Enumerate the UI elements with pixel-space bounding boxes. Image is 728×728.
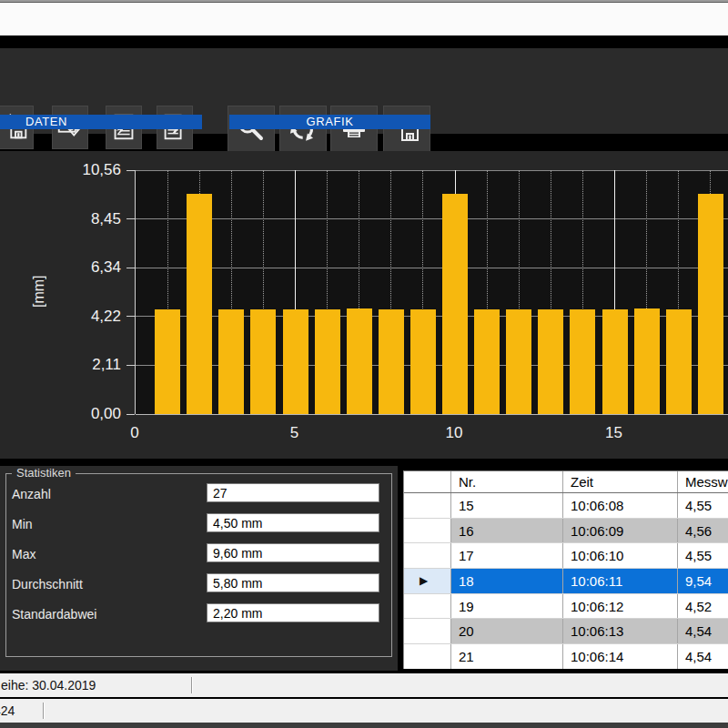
cell-nr[interactable]: 19 [451, 594, 563, 619]
row-header-cell[interactable] [404, 493, 451, 518]
measurement-bar [506, 309, 531, 414]
stat-field-standardabwei[interactable] [207, 603, 379, 622]
measurement-bar [218, 309, 244, 414]
stat-label-min: Min [12, 516, 33, 532]
status-bar-date: eihe: 30.04.2019 [0, 673, 728, 697]
cell-zeit[interactable]: 10:06:10 [563, 543, 678, 568]
cell-messwert[interactable]: 4,55 [678, 493, 728, 518]
bar-chart-plot-area [135, 170, 728, 414]
measurement-bar [155, 309, 180, 414]
bottom-section: Statistiken Anzahl Min Max Durchschnitt … [0, 466, 728, 673]
stat-label-durchschnitt: Durchschnitt [12, 576, 83, 592]
print-button[interactable] [330, 106, 378, 153]
measurement-bar [442, 194, 468, 414]
refresh-button[interactable] [279, 106, 327, 153]
chart-panel: [mm] 0,002,114,226,348,4510,56051015 [0, 151, 728, 459]
measurement-table: Nr. Zeit Messwert 15 10:06:08 4,55 16 10… [403, 470, 728, 669]
gridline-horizontal [136, 218, 728, 219]
status-bar-serial: 424 [0, 699, 728, 723]
measurement-bar [666, 309, 692, 414]
cell-messwert[interactable]: 4,56 [678, 519, 728, 543]
row-header-cell[interactable] [404, 644, 451, 669]
y-tick-label: 2,11 [55, 356, 121, 374]
cell-nr[interactable]: 20 [451, 619, 563, 643]
cell-messwert[interactable]: 4,55 [678, 543, 728, 568]
y-axis-tick [126, 316, 135, 317]
stat-label-max: Max [12, 546, 35, 562]
table-row[interactable]: 19 10:06:12 4,52 [404, 594, 728, 620]
cell-zeit[interactable]: 10:06:11 [563, 569, 678, 593]
stat-field-min[interactable] [207, 513, 379, 532]
row-header-cell[interactable] [404, 619, 451, 643]
measurement-bar [283, 309, 308, 414]
table-header-messwert[interactable]: Messwert [678, 471, 728, 492]
chart-y-axis-unit-label: [mm] [31, 248, 51, 334]
cell-nr[interactable]: 17 [451, 543, 563, 568]
gridline-horizontal [136, 268, 728, 268]
table-row-selected[interactable]: ▶ 18 10:06:11 9,54 [404, 569, 728, 594]
cell-nr[interactable]: 15 [451, 493, 563, 518]
y-axis-tick [126, 170, 135, 171]
status-separator [191, 677, 193, 693]
cell-zeit[interactable]: 10:06:09 [563, 519, 678, 543]
table-row[interactable]: 21 10:06:14 4,54 [404, 644, 728, 669]
grafik-label: GRAFIK [307, 115, 354, 128]
table-header-zeit[interactable]: Zeit [563, 471, 678, 492]
y-tick-label: 6,34 [55, 258, 121, 277]
x-tick-label: 0 [116, 424, 153, 442]
cell-zeit[interactable]: 10:06:12 [563, 594, 678, 619]
measurement-bar [698, 194, 723, 414]
zoom-button[interactable] [228, 106, 275, 153]
measurement-bar [570, 309, 595, 414]
measurement-bar [315, 309, 340, 414]
table-row[interactable]: 15 10:06:08 4,55 [404, 493, 728, 519]
stat-field-durchschnitt[interactable] [207, 573, 379, 592]
cell-messwert[interactable]: 4,54 [678, 644, 728, 669]
title-strip [0, 3, 728, 35]
cell-zeit[interactable]: 10:06:13 [563, 619, 678, 643]
measurement-bar [634, 308, 660, 414]
window-bottom-strip [0, 723, 728, 728]
row-header-cell-current[interactable]: ▶ [404, 569, 451, 593]
daten-label: DATEN [25, 115, 67, 128]
measurement-bar [602, 309, 628, 414]
y-tick-label: 4,22 [55, 308, 121, 326]
status-separator [43, 703, 45, 719]
cell-nr[interactable]: 16 [451, 519, 563, 543]
save-graphic-button[interactable] [383, 106, 430, 153]
y-axis-tick [126, 218, 135, 219]
table-header-rowselector[interactable] [404, 471, 451, 492]
gridline-horizontal [136, 170, 728, 171]
y-axis-tick [126, 268, 135, 268]
cell-nr[interactable]: 18 [451, 569, 563, 593]
status-serial-text: 424 [0, 699, 15, 723]
cell-messwert[interactable]: 4,52 [678, 594, 728, 619]
y-tick-label: 10,56 [55, 161, 121, 179]
table-header-nr[interactable]: Nr. [451, 471, 563, 492]
table-row[interactable]: 17 10:06:10 4,55 [404, 543, 728, 569]
table-row[interactable]: 20 10:06:13 4,54 [404, 619, 728, 644]
measurement-bar [538, 309, 563, 414]
cell-nr[interactable]: 21 [451, 644, 563, 669]
cell-zeit[interactable]: 10:06:14 [563, 644, 678, 669]
measurement-bar [347, 308, 372, 414]
statistics-panel: Statistiken Anzahl Min Max Durchschnitt … [0, 466, 398, 671]
measurement-bar [410, 309, 436, 414]
table-row[interactable]: 16 10:06:09 4,56 [404, 519, 728, 544]
measurement-bar [250, 309, 276, 414]
toolbar-group-grafik-label: GRAFIK [229, 115, 430, 129]
stat-field-anzahl[interactable] [207, 483, 379, 502]
stat-field-max[interactable] [207, 543, 379, 562]
toolbar-group-daten-label: DATEN [0, 115, 202, 129]
row-header-cell[interactable] [404, 543, 451, 568]
cell-zeit[interactable]: 10:06:08 [563, 493, 678, 518]
row-header-cell[interactable] [404, 594, 451, 619]
cell-messwert[interactable]: 4,54 [678, 619, 728, 643]
x-tick-label: 15 [596, 424, 632, 442]
cell-messwert[interactable]: 9,54 [678, 569, 728, 593]
measurement-bar [379, 309, 404, 414]
row-header-cell[interactable] [404, 519, 451, 543]
x-tick-label: 10 [436, 424, 472, 442]
y-axis-tick [126, 365, 135, 366]
table-header-row: Nr. Zeit Messwert [404, 471, 728, 493]
